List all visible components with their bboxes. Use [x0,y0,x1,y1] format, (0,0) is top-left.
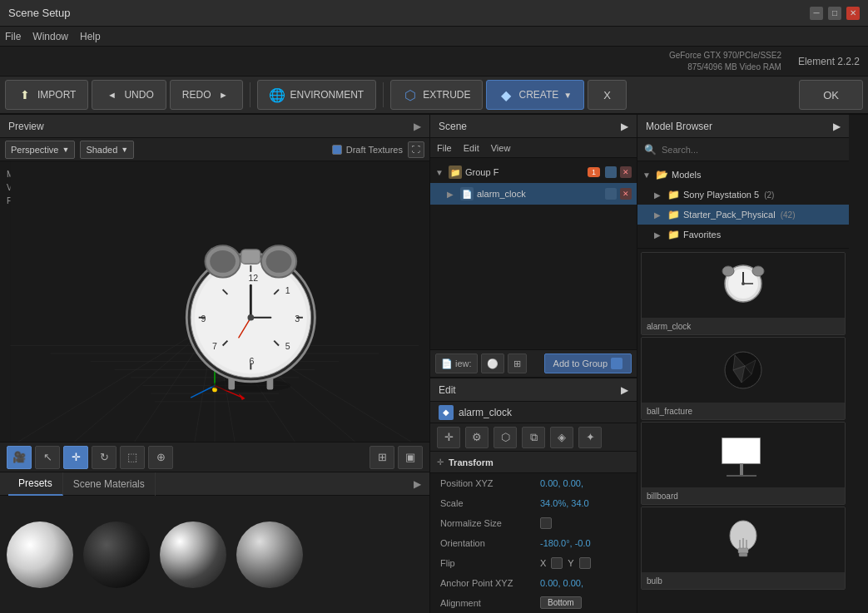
alarm-visibility-button[interactable] [605,188,617,200]
draft-textures-checkbox[interactable] [332,145,342,155]
menu-window[interactable]: Window [32,31,68,42]
tree-item-group[interactable]: ▼ 📁 Group F 1 ✕ [430,161,637,183]
minimize-button[interactable]: ─ [810,7,823,20]
edit-expand-icon[interactable]: ▶ [621,384,628,396]
settings-edit-button[interactable]: ⚙ [465,427,489,448]
viewport-grid: 12 1 3 5 6 7 9 [0,161,429,442]
normalize-checkbox[interactable] [540,517,552,529]
favorites-item[interactable]: ▶ 📁 Favorites [637,225,849,245]
scene-toolbar: 📄 iew: ⚪ ⊞ Add to Group [430,349,637,378]
toolbar-separator-2 [383,82,384,107]
redo-button[interactable]: REDO ► [170,80,244,110]
transform-tool-button[interactable]: ⊕ [148,446,173,469]
alarm-close-button[interactable]: ✕ [620,188,632,200]
menu-help[interactable]: Help [80,31,101,42]
create-button[interactable]: ◆ CREATE ▼ [486,80,584,110]
preset-sphere-dark[interactable] [83,522,150,588]
thumb-billboard-preview [642,423,845,487]
environment-button[interactable]: 🌐 ENVIRONMENT [257,80,376,110]
move-edit-button[interactable]: ✛ [437,427,460,448]
preview-panel: Preview ▶ Perspective ▼ Shaded ▼ Draft T… [0,115,430,613]
svg-text:9: 9 [201,314,206,324]
svg-rect-53 [241,250,260,264]
ok-button[interactable]: OK [799,80,863,110]
gpu-info: GeForce GTX 970/PCIe/SSE2 875/4096 MB Vi… [669,50,781,73]
snap-grid-button[interactable]: ⊞ [370,446,394,469]
x-button[interactable]: X [588,80,627,110]
extrude-button[interactable]: ⬡ EXTRUDE [390,80,483,110]
group-badge: 1 [588,167,600,177]
presets-expand-icon[interactable]: ▶ [414,478,421,490]
scene-panel: Scene ▶ File Edit View ▼ 📁 Group F 1 ✕ ▶… [430,115,637,613]
normalize-size-row: Normalize Size [430,513,637,533]
thumb-bulb[interactable]: bulb [641,507,846,590]
scene-expand-icon[interactable]: ▶ [621,121,628,132]
thumb-alarm-clock[interactable]: alarm_clock [641,252,846,335]
scale-tool-button[interactable]: ⬚ [120,446,145,469]
new-scene-button[interactable]: 📄 iew: [435,353,478,373]
copy-edit-button[interactable]: ⧉ [522,427,545,448]
presets-header: Presets Scene Materials ▶ [0,472,429,496]
menu-file[interactable]: File [5,31,21,42]
presets-tab[interactable]: Presets [8,472,63,496]
sony-playstation-item[interactable]: ▶ 📁 Sony Playstation 5 (2) [637,185,849,205]
scene-view-menu[interactable]: View [491,143,511,153]
preset-sphere-white[interactable] [7,522,73,588]
alignment-button[interactable]: Bottom [540,596,582,609]
favorites-expand-icon: ▶ [654,230,664,240]
shading-dropdown[interactable]: Shaded ▼ [80,141,134,159]
svg-text:7: 7 [212,341,217,351]
sony-folder-icon: 📁 [667,189,680,200]
browser-expand-icon[interactable]: ▶ [833,121,841,132]
svg-text:12: 12 [248,273,258,283]
render-button[interactable]: ▣ [398,446,423,469]
thumb-ball-fracture[interactable]: ball_fracture [641,337,846,420]
svg-point-52 [266,250,292,273]
edit-title: Edit [439,384,456,396]
scene-materials-tab[interactable]: Scene Materials [63,472,156,496]
preset-sphere-metal[interactable] [236,522,303,588]
group-close-button[interactable]: ✕ [620,166,632,178]
fullscreen-button[interactable]: ⛶ [408,141,424,158]
group-edit-button[interactable]: ⬡ [494,427,517,448]
rotate-tool-button[interactable]: ↻ [92,446,117,469]
position-xyz-row: Position XYZ 0.00, 0.00, [430,473,637,493]
preset-sphere-chrome[interactable] [160,522,226,588]
transform-title: Transform [449,457,494,467]
alarm-clock-icon: 📄 [460,187,474,200]
sphere-view-button[interactable]: ⚪ [481,353,504,373]
undo-button[interactable]: ◄ UNDO [92,80,166,110]
gear-edit-button[interactable]: ✦ [578,427,602,448]
camera-tool-button[interactable]: 🎥 [7,446,32,469]
starter-pack-item[interactable]: ▶ 📁 Starter_Pack_Physical (42) [637,205,849,225]
app-title: Scene Setup [8,7,810,19]
material-edit-button[interactable]: ◈ [550,427,573,448]
scene-header: Scene ▶ [430,115,637,138]
move-tool-button[interactable]: ✛ [63,446,88,469]
add-to-group-button[interactable]: Add to Group [544,353,632,373]
transform-arrow-icon: ✛ [437,457,444,467]
group-visibility-button[interactable] [605,166,617,178]
perspective-dropdown[interactable]: Perspective ▼ [5,141,75,159]
search-input[interactable] [662,145,842,155]
scene-edit-menu[interactable]: Edit [464,143,479,153]
bottom-presets: Presets Scene Materials ▶ [0,472,429,613]
group-arrow-icon: ▼ [435,168,445,177]
menu-bar: File Window Help [0,27,868,47]
select-tool-button[interactable]: ↖ [35,446,60,469]
maximize-button[interactable]: □ [828,7,841,20]
models-expand-icon: ▼ [642,171,652,180]
close-button[interactable]: ✕ [846,7,860,20]
create-dropdown-icon: ▼ [563,91,572,100]
flip-y-checkbox[interactable] [579,557,591,569]
scene-file-menu[interactable]: File [437,143,452,153]
models-root-item[interactable]: ▼ 📂 Models [637,165,849,185]
flip-x-checkbox[interactable] [551,557,563,569]
thumb-ball-fracture-preview [642,338,845,403]
grid-view-button[interactable]: ⊞ [508,353,527,373]
preview-expand-icon[interactable]: ▶ [414,121,421,132]
thumb-billboard[interactable]: billboard [641,422,846,505]
import-button[interactable]: ⬆ IMPORT [5,80,88,110]
tree-item-alarm-clock[interactable]: ▶ 📄 alarm_clock ✕ [430,183,637,205]
gpu-bar: GeForce GTX 970/PCIe/SSE2 875/4096 MB Vi… [0,47,868,77]
